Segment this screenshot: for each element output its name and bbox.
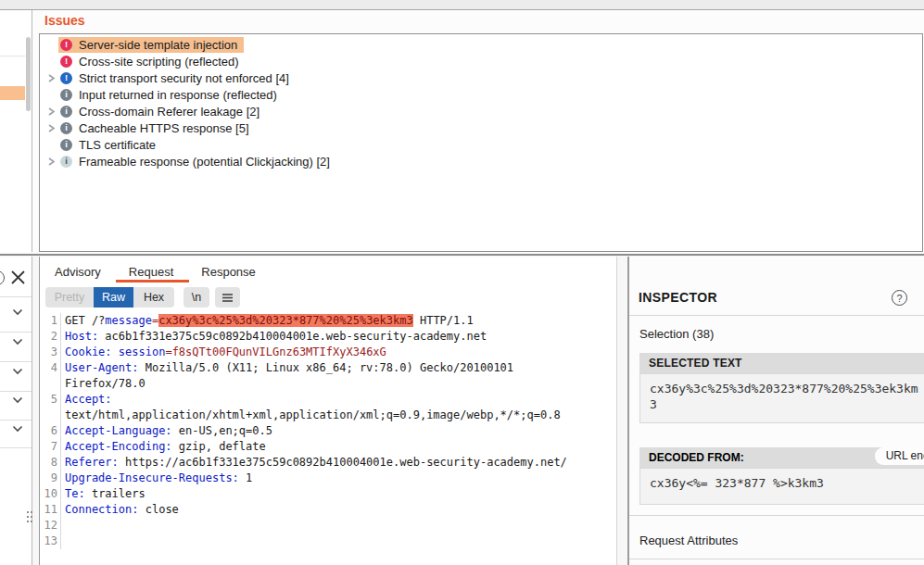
gutter-separator (60, 439, 61, 455)
panel-drag-handle-icon[interactable] (27, 511, 32, 524)
divider (0, 391, 32, 392)
view-button-backslash-n[interactable]: \n (184, 287, 209, 308)
severity-high-icon: ! (60, 56, 72, 68)
request-line[interactable]: text/html,application/xhtml+xml,applicat… (40, 408, 616, 423)
expand-chevron-icon[interactable] (44, 107, 57, 116)
issue-row[interactable]: !Server-side template injection (40, 36, 922, 53)
view-button-Raw[interactable]: Raw (94, 287, 133, 308)
code-segment: Accept: (65, 393, 112, 406)
issue-row[interactable]: iInput returned in response (reflected) (40, 86, 922, 103)
issue-row[interactable]: iFrameable response (potential Clickjack… (40, 153, 922, 170)
line-number: 2 (40, 329, 60, 345)
vertical-scrollbar-thumb[interactable] (26, 37, 31, 111)
help-icon[interactable]: ? (892, 290, 907, 306)
view-buttons-row: PrettyRawHex \n (45, 287, 240, 308)
line-text: Referer: https://ac6b1f331e375c59c0892b4… (65, 455, 567, 471)
line-text: Connection: close (65, 502, 179, 518)
issue-row[interactable]: iCross-domain Referer leakage [2] (40, 103, 922, 119)
code-segment: https://ac6b1f331e375c59c0892b410004001e… (119, 456, 567, 469)
request-line[interactable]: 10Te: trailers (40, 486, 616, 502)
horizontal-splitter[interactable] (0, 254, 924, 256)
issue-row[interactable]: iTLS certificate (40, 136, 922, 153)
request-line[interactable]: 11Connection: close (40, 502, 616, 518)
close-icon[interactable] (10, 270, 26, 285)
gutter-separator (60, 518, 61, 534)
severity-info-tentative-icon: i (60, 156, 72, 168)
issue-row-content: !Cross-site scripting (reflected) (58, 54, 246, 69)
request-line[interactable]: Firefox/78.0 (40, 376, 616, 392)
line-number: 12 (40, 518, 60, 534)
chevron-down-icon[interactable] (12, 425, 23, 433)
request-line[interactable]: 12 (40, 518, 616, 534)
chevron-down-icon[interactable] (12, 338, 23, 345)
tab-advisory[interactable]: Advisory (55, 265, 101, 279)
highlighted-row-fragment[interactable] (0, 86, 25, 100)
request-line[interactable]: 13 (40, 534, 616, 549)
gutter-separator (60, 455, 61, 471)
line-number: 6 (40, 423, 60, 439)
request-line[interactable]: 5Accept: (40, 392, 616, 408)
expand-chevron-icon[interactable] (44, 74, 57, 82)
gutter-separator (60, 471, 61, 486)
divider (629, 315, 924, 316)
code-segment: Te: (65, 487, 85, 500)
issue-row[interactable]: !Strict transport security not enforced … (40, 69, 922, 86)
issue-row-content: iCacheable HTTPS response [5] (58, 120, 256, 136)
expand-chevron-icon[interactable] (44, 157, 57, 166)
chevron-down-icon[interactable] (12, 396, 23, 404)
expand-chevron-icon[interactable] (44, 124, 57, 132)
issue-row[interactable]: !Cross-site scripting (reflected) (40, 53, 922, 69)
request-line[interactable]: 7Accept-Encoding: gzip, deflate (40, 439, 616, 455)
chevron-down-icon[interactable] (12, 368, 23, 375)
inspector-title: INSPECTOR (639, 290, 717, 305)
issue-label: Frameable response (potential Clickjacki… (79, 155, 330, 169)
divider (0, 447, 32, 448)
issue-label: Strict transport security not enforced [… (79, 71, 289, 85)
code-segment: ac6b1f331e375c59c0892b410004001e.web-sec… (98, 330, 487, 343)
view-button-Pretty[interactable]: Pretty (45, 287, 94, 308)
tab-request[interactable]: Request (129, 265, 173, 279)
issue-label: Server-side template injection (79, 38, 237, 52)
line-number: 9 (40, 471, 60, 486)
request-line[interactable]: 9Upgrade-Insecure-Requests: 1 (40, 471, 616, 486)
line-number: 13 (40, 534, 60, 549)
line-number: 1 (40, 313, 60, 329)
request-editor[interactable]: 1GET /?message=cx36y%3c%25%3d%20323*877%… (40, 313, 616, 549)
issue-row[interactable]: iCacheable HTTPS response [5] (40, 119, 922, 136)
gutter-separator (60, 313, 61, 329)
editor-tabs: AdvisoryRequestResponse (55, 265, 256, 279)
line-text: Upgrade-Insecure-Requests: 1 (65, 471, 252, 486)
line-text: Firefox/78.0 (65, 376, 146, 392)
request-line[interactable]: 1GET /?message=cx36y%3c%25%3d%20323*877%… (40, 313, 616, 329)
line-text: Cookie: session=f8sQTt00FQunVILGnz63MTIf… (65, 345, 386, 360)
selected-text-label: SELECTED TEXT (649, 357, 742, 370)
code-segment: message (105, 314, 152, 327)
code-segment: Cookie: (65, 345, 112, 358)
request-line[interactable]: 3Cookie: session=f8sQTt00FQunVILGnz63MTI… (40, 345, 616, 360)
request-line[interactable]: 8Referer: https://ac6b1f331e375c59c0892b… (40, 455, 616, 471)
severity-high-icon: ! (60, 39, 72, 51)
request-attributes-section-header[interactable]: Request Attributes (639, 534, 738, 547)
code-segment: trailers (85, 487, 146, 500)
code-segment: Referer: (65, 456, 119, 469)
partial-circle-icon (0, 270, 5, 285)
view-button-Hex[interactable]: Hex (133, 287, 174, 308)
gutter-separator (60, 423, 61, 439)
gutter-separator (60, 345, 61, 360)
request-line[interactable]: 2Host: ac6b1f331e375c59c0892b410004001e.… (40, 329, 616, 345)
decoded-from-header: DECODED FROM: URL encoding + (639, 447, 924, 468)
selection-section-header[interactable]: Selection (38) (639, 327, 714, 341)
issues-panel: !Server-side template injection!Cross-si… (39, 33, 923, 252)
code-segment: Accept-Language: (65, 424, 172, 437)
highlighted-selection: cx36y%3c%25%3d%20323*877%20%25%3ek3km3 (158, 314, 413, 327)
code-segment: GET /? (65, 314, 105, 327)
encoding-select[interactable]: URL encoding (875, 447, 924, 465)
request-line[interactable]: 4User-Agent: Mozilla/5.0 (X11; Linux x86… (40, 360, 616, 376)
request-line[interactable]: 6Accept-Language: en-US,en;q=0.5 (40, 423, 616, 439)
issue-label: Cacheable HTTPS response [5] (79, 121, 249, 135)
tab-response[interactable]: Response (201, 265, 256, 279)
code-segment: session (119, 345, 166, 358)
line-number: 8 (40, 455, 60, 471)
editor-menu-button[interactable] (215, 287, 240, 308)
chevron-down-icon[interactable] (12, 308, 23, 316)
